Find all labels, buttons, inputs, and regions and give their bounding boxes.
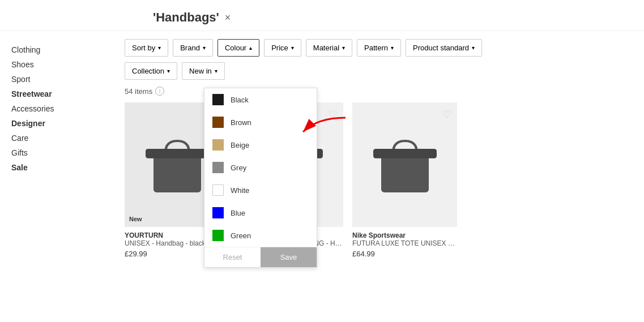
chevron-icon: ▾ [342,45,345,51]
filter-btn-sort-by[interactable]: Sort by▾ [125,39,168,57]
filter-btn-pattern[interactable]: Pattern▾ [357,39,401,57]
color-label: Green [231,231,251,240]
items-count-bar: 54 items i [125,87,633,96]
chevron-icon: ▾ [167,68,170,74]
chevron-icon: ▾ [215,68,217,74]
colour-option-green[interactable]: Green [204,224,317,247]
color-swatch-black [212,94,224,105]
filter-label: Brand [180,44,200,52]
red-arrow-icon [300,115,351,143]
filter-bar-row2: Collection▾New in▾ [125,62,633,80]
filter-label: New in [189,67,212,75]
svg-rect-0 [153,153,201,192]
filter-label: Sort by [132,44,155,52]
sidebar-item-care[interactable]: Care [11,131,102,145]
filter-label: Product standard [413,44,469,52]
filter-btn-price[interactable]: Price▾ [264,39,301,57]
content-area: ClothingShoesSportStreetwearAccessoriesD… [0,31,644,322]
close-button[interactable]: × [225,12,231,24]
save-button[interactable]: Save [261,247,317,267]
color-swatch-grey [212,162,224,173]
colour-option-white[interactable]: White [204,179,317,201]
chevron-icon: ▾ [203,45,206,51]
new-badge-0: New [129,216,142,222]
sidebar-item-designer[interactable]: Designer [11,116,102,131]
arrow-annotation [300,115,351,145]
dropdown-actions: Reset Save [204,247,317,267]
color-label: White [231,186,249,195]
color-swatch-blue [212,207,224,218]
product-info-2: Nike Sportswear FUTURA LUXE TOTE UNISEX … [352,227,457,263]
sidebar-item-accessories[interactable]: Accessories [11,101,102,116]
colour-option-blue[interactable]: Blue [204,201,317,224]
filter-label: Material [313,44,339,52]
product-image-wrap-2: ♡ [352,102,457,227]
colour-option-black[interactable]: Black [204,88,317,111]
items-count-label: 54 items [125,87,152,96]
chevron-icon: ▾ [158,45,161,51]
colour-list: Black Brown Beige Grey White Blue Green … [204,88,317,247]
filter-label: Colour [225,44,246,52]
main-content: Sort by▾Brand▾Colour▴Price▾Material▾Patt… [113,31,644,322]
filter-btn-colour[interactable]: Colour▴ [217,39,259,57]
chevron-icon: ▾ [291,45,294,51]
color-label: Beige [231,141,249,149]
product-image-2 [365,125,445,204]
product-name-2: FUTURA LUXE TOTE UNISEX SET - Hand... [352,239,457,247]
product-brand-2: Nike Sportswear [352,231,457,239]
filter-label: Pattern [364,44,388,52]
products-grid: ♡ New YOURTURN UNISEX - Handbag - black … [125,102,633,263]
filter-btn-brand[interactable]: Brand▾ [173,39,213,57]
sidebar-item-streetwear[interactable]: Streetwear [11,87,102,101]
filter-btn-new-in[interactable]: New in▾ [182,62,225,80]
svg-rect-4 [381,153,429,192]
color-label: Blue [231,209,245,217]
product-card-2: ♡ Nike Sportswear FUTURA LUXE TOTE UNISE… [352,102,457,263]
color-swatch-beige [212,139,224,151]
colour-option-grey[interactable]: Grey [204,156,317,179]
color-label: Brown [231,118,251,127]
sidebar-item-shoes[interactable]: Shoes [11,57,102,72]
filter-label: Collection [132,67,164,75]
svg-rect-5 [373,149,437,158]
info-icon: i [155,87,164,96]
page-title-wrap: 'Handbags' × [153,10,633,25]
chevron-icon: ▴ [249,45,252,51]
chevron-icon: ▾ [472,45,475,51]
svg-rect-1 [146,149,209,158]
wishlist-heart-2[interactable]: ♡ [442,108,451,121]
sidebar-item-clothing[interactable]: Clothing [11,42,102,57]
color-swatch-white [212,184,224,196]
chevron-icon: ▾ [391,45,394,51]
sidebar-item-sport[interactable]: Sport [11,72,102,87]
color-label: Grey [231,164,246,172]
page-title: 'Handbags' [153,10,219,25]
filter-btn-collection[interactable]: Collection▾ [125,62,177,80]
sidebar: ClothingShoesSportStreetwearAccessoriesD… [0,31,113,322]
color-label: Black [231,96,249,104]
filter-btn-product-standard[interactable]: Product standard▾ [406,39,482,57]
filter-bar-row1: Sort by▾Brand▾Colour▴Price▾Material▾Patt… [125,39,633,57]
product-price-2: £64.99 [352,250,457,258]
color-swatch-green [212,230,224,241]
sidebar-item-gifts[interactable]: Gifts [11,145,102,160]
header: 'Handbags' × [0,0,644,31]
sidebar-item-sale[interactable]: Sale [11,160,102,175]
reset-button[interactable]: Reset [204,247,261,267]
filter-btn-material[interactable]: Material▾ [306,39,352,57]
page: 'Handbags' × ClothingShoesSportStreetwea… [0,0,644,322]
filter-label: Price [271,44,288,52]
color-swatch-brown [212,117,224,128]
